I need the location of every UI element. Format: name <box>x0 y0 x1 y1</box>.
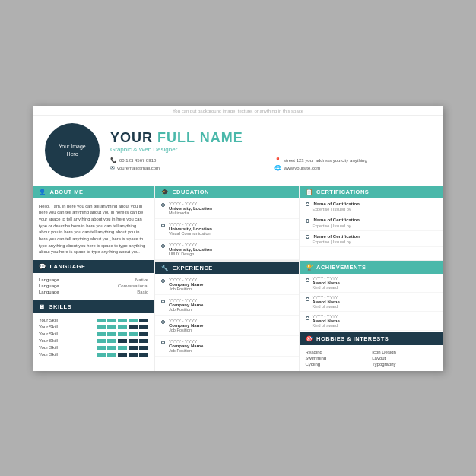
hobbies-items: ReadingIcon DesignSwimmingLayoutCyclingT… <box>300 345 444 371</box>
ach-dot <box>306 297 309 301</box>
hobby-item: Reading <box>306 350 371 354</box>
skill-bar-segment <box>118 346 127 350</box>
about-text: Hello, I am, in here you can tell anythi… <box>39 203 148 256</box>
ach-content: YYYY - YYYY Award Name Kind of award <box>313 276 340 290</box>
experience-header-label: EXPERIENCE <box>173 265 213 271</box>
email-text: youremail@mail.com <box>117 166 160 170</box>
photo-text: Your ImageHere <box>59 143 86 158</box>
skill-name: Your Skill <box>39 332 73 336</box>
language-header: 💬 LANGUAGE <box>33 260 154 273</box>
ach-kind: Kind of award <box>313 285 340 290</box>
skill-bar-segment <box>107 353 116 357</box>
exp-position: Job Position <box>169 328 293 332</box>
cert-name: Name of Certification <box>313 217 359 222</box>
exp-dot <box>161 320 165 324</box>
cert-items: Name of Certification Expertise | Issued… <box>300 198 444 248</box>
name-part2: FULL NAME <box>157 130 243 145</box>
ach-name: Award Name <box>313 300 340 304</box>
timeline-dot <box>161 203 165 207</box>
timeline-dot <box>161 224 165 227</box>
address-text: street 123 your address yourcity anythin… <box>284 158 367 163</box>
skill-bar-segment <box>139 353 148 357</box>
resume-header: Your ImageHere YOUR FULL NAME Graphic & … <box>33 116 443 186</box>
hobbies-header-label: HOBBIES & INTERESTS <box>316 335 389 342</box>
skill-bar-segment <box>129 346 138 350</box>
cert-dot <box>306 235 309 239</box>
skill-bar-segment <box>129 332 138 336</box>
skills-icon: 🖥 <box>39 303 46 310</box>
skill-item: Your Skill <box>39 325 148 329</box>
experience-section: 🔧 EXPERIENCE YYYY - YYYY Company Name Jo… <box>155 261 300 371</box>
exp-content: YYYY - YYYY Company Name Job Position <box>169 339 293 353</box>
right-mid: 🔧 EXPERIENCE YYYY - YYYY Company Name Jo… <box>155 260 443 371</box>
cert-header-label: CERTIFICATIONS <box>316 189 369 195</box>
skills-header: 🖥 SKILLS <box>33 300 154 313</box>
ach-dates: YYYY - YYYY <box>313 295 340 300</box>
skills-header-label: SKILLS <box>49 303 72 310</box>
skill-bars <box>97 319 148 322</box>
skill-bar-segment <box>97 353 106 357</box>
contact-website: 🌐 www.yoursite.com <box>274 165 431 171</box>
cert-item: Name of Certification Expertise | Issued… <box>300 214 444 231</box>
experience-item: YYYY - YYYY Company Name Job Position <box>155 316 299 336</box>
resume: You can put background image, texture, o… <box>33 106 443 371</box>
lang-item-0: Language Native <box>39 278 148 282</box>
banner-text: You can put background image, texture, o… <box>173 109 303 113</box>
hobby-item: Cycling <box>306 362 371 367</box>
edu-content: YYYY - YYYY University, Location Visual … <box>169 222 293 236</box>
skill-bars <box>97 346 148 350</box>
skill-name: Your Skill <box>39 345 73 350</box>
language-content: Language Native Language Conversational … <box>33 273 154 300</box>
skill-bar-segment <box>97 339 106 343</box>
skill-bar-segment <box>139 319 148 322</box>
hobby-item: Icon Design <box>372 350 437 354</box>
language-header-label: LANGUAGE <box>50 263 86 270</box>
job-title: Graphic & Web Designer <box>110 146 431 153</box>
skill-bar-segment <box>118 339 127 343</box>
header-info: YOUR FULL NAME Graphic & Web Designer 📞 … <box>110 130 431 171</box>
education-item: YYYY - YYYY University, Location UI/UX D… <box>155 240 299 260</box>
exp-position: Job Position <box>169 287 293 291</box>
ach-content: YYYY - YYYY Award Name Kind of award <box>313 295 340 309</box>
skills-content: Your SkillYour SkillYour SkillYour Skill… <box>33 313 154 363</box>
skill-bar-segment <box>97 319 106 322</box>
experience-item: YYYY - YYYY Company Name Job Position <box>155 274 299 295</box>
skill-bar-segment <box>118 332 127 336</box>
exp-dot <box>161 341 165 344</box>
ach-content: YYYY - YYYY Award Name Kind of award <box>313 314 340 328</box>
skill-bar-segment <box>107 339 116 343</box>
edu-field: Multimedia <box>169 211 293 215</box>
skill-bar-segment <box>139 346 148 350</box>
right-column: 🎓 EDUCATION YYYY - YYYY University, Loca… <box>154 186 443 371</box>
achievement-item: YYYY - YYYY Award Name Kind of award <box>300 274 444 293</box>
achievements-icon: 🏆 <box>306 264 313 271</box>
certifications-header: 📋 CERTIFICATIONS <box>300 186 444 198</box>
skill-bar-segment <box>107 319 116 322</box>
about-header-label: ABOUT ME <box>50 189 84 195</box>
exp-content: YYYY - YYYY Company Name Job Position <box>169 278 293 291</box>
ach-dates: YYYY - YYYY <box>313 314 340 319</box>
cert-sub: Expertise | Issued by <box>313 224 351 228</box>
cert-dot <box>306 202 309 206</box>
achievements-header-label: ACHIEVEMENTS <box>316 264 367 271</box>
skill-item: Your Skill <box>39 332 148 336</box>
full-name: YOUR FULL NAME <box>110 130 431 146</box>
skill-bar-segment <box>139 325 148 329</box>
email-icon: ✉ <box>110 165 115 171</box>
name-part1: YOUR <box>110 130 157 145</box>
exp-dot <box>161 300 165 303</box>
edu-content: YYYY - YYYY University, Location UI/UX D… <box>169 243 293 256</box>
exp-items: YYYY - YYYY Company Name Job Position YY… <box>155 274 299 357</box>
about-header: 👤 ABOUT ME <box>33 186 154 198</box>
hobbies-header: 🎯 HOBBIES & INTERESTS <box>300 332 444 345</box>
skill-bars <box>97 332 148 336</box>
lang-item-2: Language Basic <box>39 290 148 294</box>
skill-bar-segment <box>118 325 127 329</box>
experience-header: 🔧 EXPERIENCE <box>155 262 299 274</box>
ach-dot <box>306 316 309 320</box>
skill-bars <box>97 325 148 329</box>
exp-content: YYYY - YYYY Company Name Job Position <box>169 298 293 312</box>
skill-item: Your Skill <box>39 338 148 343</box>
website-text: www.yoursite.com <box>284 166 320 170</box>
experience-icon: 🔧 <box>161 265 169 271</box>
